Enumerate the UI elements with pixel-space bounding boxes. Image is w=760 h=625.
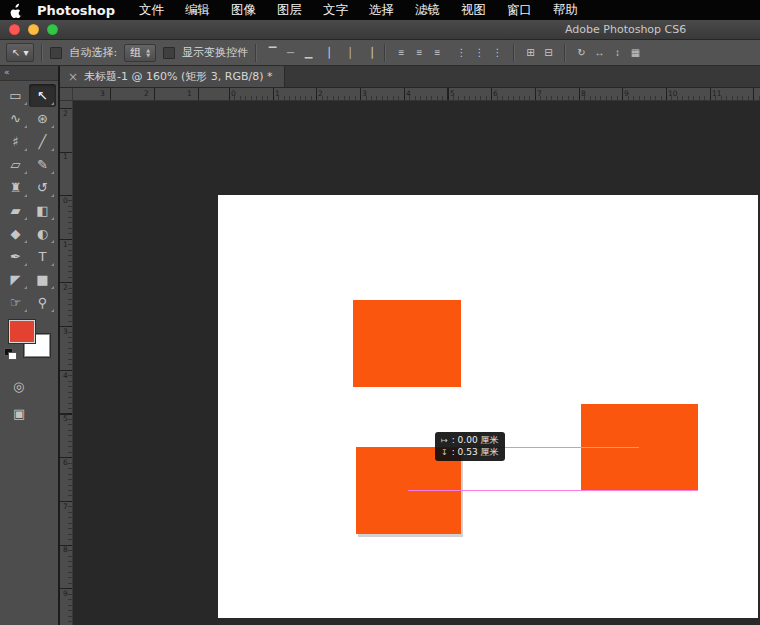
move-tool[interactable]: ↖ — [29, 84, 56, 107]
close-tab-icon[interactable]: × — [68, 71, 78, 83]
path-selection-tool[interactable]: ◤ — [2, 268, 29, 291]
distribute-bottom-edges-button[interactable]: ≡ — [429, 45, 446, 61]
eyedropper-tool[interactable]: ╱ — [29, 130, 56, 153]
horizontal-ruler[interactable]: 32101234567891011 — [73, 88, 760, 101]
history-brush-tool[interactable]: ↺ — [29, 176, 56, 199]
align-to-canvas-button[interactable]: ⊟ — [540, 45, 557, 61]
close-window-button[interactable] — [9, 24, 20, 35]
type-tool[interactable]: T — [29, 245, 56, 268]
horizontal-delta-value: : 0.00 厘米 — [452, 435, 499, 446]
h-ruler-label: 3 — [362, 89, 367, 98]
tools-panel-header: « — [0, 66, 58, 81]
zoom-tool[interactable]: ⚲ — [29, 291, 56, 314]
dodge-tool[interactable]: ◐ — [29, 222, 56, 245]
auto-select-target-dropdown[interactable]: 组 ▲▼ — [124, 44, 156, 62]
h-ruler-label: 10 — [668, 89, 678, 98]
clone-stamp-tool[interactable]: ♜ — [2, 176, 29, 199]
rectangular-marquee-tool[interactable]: ▭ — [2, 84, 29, 107]
options-icon-group-align-horizontal: ▏│▕ — [324, 45, 377, 61]
show-transform-controls-checkbox[interactable] — [163, 47, 175, 59]
tool-preset-picker[interactable]: ↖ ▾ — [6, 43, 34, 62]
hand-tool[interactable]: ☞ — [2, 291, 29, 314]
menubar-item[interactable]: 图像 — [231, 2, 256, 19]
traffic-lights — [9, 24, 58, 35]
eraser-tool[interactable]: ▰ — [2, 199, 29, 222]
align-left-edges-button[interactable]: ▏ — [324, 45, 341, 61]
vertical-ruler[interactable]: 210123456789 — [60, 101, 73, 625]
h-ruler-label: 2 — [144, 89, 149, 98]
orange-rectangle-1[interactable] — [353, 300, 461, 387]
h-ruler-label: 6 — [493, 89, 498, 98]
spinner-arrows-icon: ▲▼ — [146, 48, 150, 57]
window-title: Adobe Photoshop CS6 — [565, 23, 686, 36]
quick-mask-mode-button[interactable]: ◎ — [13, 380, 24, 393]
v-ruler-label: 1 — [63, 152, 68, 161]
app-menu-photoshop[interactable]: Photoshop — [37, 3, 115, 18]
align-horizontal-centers-button[interactable]: │ — [342, 45, 359, 61]
distribute-horizontal-centers-button[interactable]: ⋮ — [471, 45, 488, 61]
menubar-item[interactable]: 编辑 — [185, 2, 210, 19]
menubar-item[interactable]: 文字 — [323, 2, 348, 19]
window-titlebar[interactable]: Adobe Photoshop CS6 — [0, 20, 760, 40]
options-separator — [513, 44, 515, 62]
canvas-viewport[interactable]: ↦: 0.00 厘米↧: 0.53 厘米 — [73, 101, 760, 625]
align-vertical-centers-button[interactable]: ─ — [282, 45, 299, 61]
pen-tool[interactable]: ✒ — [2, 245, 29, 268]
horizontal-delta-icon: ↦ — [441, 435, 448, 446]
menubar-item[interactable]: 文件 — [139, 2, 164, 19]
gradient-tool[interactable]: ◧ — [29, 199, 56, 222]
align-right-edges-button[interactable]: ▕ — [360, 45, 377, 61]
h-ruler-label: 8 — [581, 89, 586, 98]
rectangle-tool[interactable]: ■ — [29, 268, 56, 291]
v-ruler-label: 2 — [63, 283, 68, 292]
3d-drag-button[interactable]: ↔ — [591, 45, 608, 61]
macos-menubar: Photoshop 文件编辑图像图层文字选择滤镜视图窗口帮助 — [0, 0, 760, 20]
3d-rotate-button[interactable]: ↻ — [573, 45, 590, 61]
tools-grid: ▭↖∿⊛♯╱▱✎♜↺▰◧◆◐✒T◤■☞⚲ — [0, 81, 58, 314]
v-ruler-label: 3 — [63, 327, 68, 336]
align-to-selection-button[interactable]: ⊞ — [522, 45, 539, 61]
menubar-item[interactable]: 图层 — [277, 2, 302, 19]
menubar-item[interactable]: 视图 — [461, 2, 486, 19]
v-ruler-label: 2 — [63, 109, 68, 118]
auto-select-checkbox[interactable] — [50, 47, 62, 59]
crop-tool[interactable]: ♯ — [2, 130, 29, 153]
collapse-panel-button[interactable]: « — [4, 67, 10, 77]
options-icon-group-distribute-horizontal: ⋮⋮⋮ — [453, 45, 506, 61]
distribute-vertical-centers-button[interactable]: ≡ — [411, 45, 428, 61]
options-separator — [564, 44, 566, 62]
spot-healing-brush-tool[interactable]: ▱ — [2, 153, 29, 176]
ruler-corner[interactable] — [60, 88, 73, 101]
document-tab-bar: × 未标题-1 @ 160% (矩形 3, RGB/8) * — [60, 66, 760, 88]
v-ruler-label: 0 — [63, 196, 68, 205]
menubar-item[interactable]: 选择 — [369, 2, 394, 19]
h-ruler-label: 0 — [231, 89, 236, 98]
3d-scale-button[interactable]: ↕ — [609, 45, 626, 61]
default-colors-icon[interactable] — [4, 348, 17, 360]
apple-menu[interactable] — [10, 3, 25, 18]
quick-selection-tool[interactable]: ⊛ — [29, 107, 56, 130]
align-top-edges-button[interactable]: ▔ — [264, 45, 281, 61]
workspace-row: « ▭↖∿⊛♯╱▱✎♜↺▰◧◆◐✒T◤■☞⚲ ◎▣ × 未标题-1 @ 160%… — [0, 66, 760, 625]
brush-tool[interactable]: ✎ — [29, 153, 56, 176]
options-separator — [384, 44, 386, 62]
foreground-color-swatch[interactable] — [9, 320, 35, 343]
blur-tool[interactable]: ◆ — [2, 222, 29, 245]
h-ruler-label: 11 — [712, 89, 722, 98]
minimize-window-button[interactable] — [28, 24, 39, 35]
menubar-item[interactable]: 帮助 — [553, 2, 578, 19]
distribute-right-edges-button[interactable]: ⋮ — [489, 45, 506, 61]
screen-mode-button[interactable]: ▣ — [13, 407, 25, 420]
photoshop-app: Photoshop 文件编辑图像图层文字选择滤镜视图窗口帮助 Adobe Pho… — [0, 0, 760, 625]
lasso-tool[interactable]: ∿ — [2, 107, 29, 130]
zoom-window-button[interactable] — [47, 24, 58, 35]
distribute-left-edges-button[interactable]: ⋮ — [453, 45, 470, 61]
arrange-grid-button[interactable]: ▦ — [627, 45, 644, 61]
options-icon-group-align-vertical: ▔─▁ — [264, 45, 317, 61]
menubar-item[interactable]: 滤镜 — [415, 2, 440, 19]
menubar-item[interactable]: 窗口 — [507, 2, 532, 19]
align-bottom-edges-button[interactable]: ▁ — [300, 45, 317, 61]
document-tab[interactable]: × 未标题-1 @ 160% (矩形 3, RGB/8) * — [60, 66, 285, 87]
distribute-top-edges-button[interactable]: ≡ — [393, 45, 410, 61]
h-ruler-label: 3 — [100, 89, 105, 98]
